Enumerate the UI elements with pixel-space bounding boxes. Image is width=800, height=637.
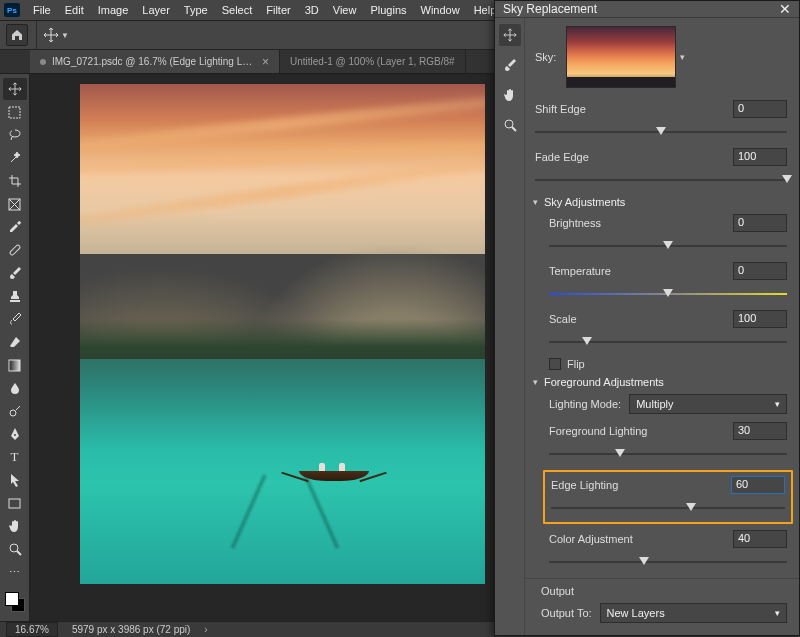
move-tool[interactable]	[3, 78, 27, 100]
eyedropper-icon	[8, 220, 22, 234]
close-icon[interactable]: ✕	[779, 1, 791, 17]
marquee-tool[interactable]	[3, 101, 27, 123]
chevron-right-icon[interactable]: ›	[204, 624, 207, 635]
brush-icon	[503, 58, 517, 72]
menu-plugins[interactable]: Plugins	[363, 2, 413, 18]
svg-point-6	[10, 544, 18, 552]
sky-adjustments-section[interactable]: ▾ Sky Adjustments	[533, 196, 787, 208]
crop-tool[interactable]	[3, 170, 27, 192]
dialog-brush-tool[interactable]	[499, 54, 521, 76]
shift-edge-slider[interactable]	[535, 124, 787, 140]
dialog-move-tool[interactable]	[499, 24, 521, 46]
brightness-label: Brightness	[549, 217, 601, 229]
marquee-icon	[8, 106, 21, 119]
svg-point-4	[10, 410, 16, 416]
document-info: 5979 px x 3986 px (72 ppi)	[72, 624, 190, 635]
dialog-hand-tool[interactable]	[499, 84, 521, 106]
edge-lighting-highlight: Edge Lighting 60	[543, 470, 793, 524]
menu-select[interactable]: Select	[215, 2, 260, 18]
color-swatches[interactable]	[5, 592, 25, 612]
menu-window[interactable]: Window	[414, 2, 467, 18]
document-tab-active[interactable]: IMG_0721.psdc @ 16.7% (Edge Lighting Lev…	[30, 50, 280, 73]
fade-edge-label: Fade Edge	[535, 151, 589, 163]
shape-tool[interactable]	[3, 492, 27, 514]
hand-icon	[8, 519, 22, 533]
shift-edge-label: Shift Edge	[535, 103, 586, 115]
brightness-value[interactable]: 0	[733, 214, 787, 232]
scale-slider[interactable]	[549, 334, 787, 350]
zoom-tool[interactable]	[3, 538, 27, 560]
color-adjustment-slider[interactable]	[549, 554, 787, 570]
app-logo: Ps	[4, 3, 20, 17]
lighting-mode-select[interactable]: Multiply ▾	[629, 394, 787, 414]
menu-image[interactable]: Image	[91, 2, 136, 18]
history-brush-tool[interactable]	[3, 308, 27, 330]
temperature-value[interactable]: 0	[733, 262, 787, 280]
menu-3d[interactable]: 3D	[298, 2, 326, 18]
wand-icon	[8, 151, 22, 165]
frame-icon	[8, 198, 21, 211]
menu-filter[interactable]: Filter	[259, 2, 297, 18]
fade-edge-slider[interactable]	[535, 172, 787, 188]
svg-rect-0	[9, 107, 20, 118]
document-canvas[interactable]	[80, 84, 485, 584]
menu-view[interactable]: View	[326, 2, 364, 18]
svg-rect-2	[9, 244, 20, 255]
scale-label: Scale	[549, 313, 577, 325]
eyedropper-tool[interactable]	[3, 216, 27, 238]
color-adjustment-value[interactable]: 40	[733, 530, 787, 548]
edit-toolbar[interactable]: ⋯	[3, 561, 27, 583]
brush-tool[interactable]	[3, 262, 27, 284]
brush-icon	[8, 266, 22, 280]
foreground-lighting-slider[interactable]	[549, 446, 787, 462]
menu-type[interactable]: Type	[177, 2, 215, 18]
scale-value[interactable]: 100	[733, 310, 787, 328]
image-water-reflection	[80, 359, 485, 449]
foreground-adjustments-section[interactable]: ▾ Foreground Adjustments	[533, 376, 787, 388]
frame-tool[interactable]	[3, 193, 27, 215]
fade-edge-value[interactable]: 100	[733, 148, 787, 166]
foreground-lighting-value[interactable]: 30	[733, 422, 787, 440]
type-tool[interactable]: T	[3, 446, 27, 468]
quick-select-tool[interactable]	[3, 147, 27, 169]
temperature-slider[interactable]	[549, 286, 787, 302]
shift-edge-value[interactable]: 0	[733, 100, 787, 118]
zoom-icon	[8, 542, 22, 556]
dialog-zoom-tool[interactable]	[499, 114, 521, 136]
crop-icon	[8, 174, 22, 188]
healing-tool[interactable]	[3, 239, 27, 261]
chevron-down-icon[interactable]: ▼	[61, 31, 69, 40]
menu-file[interactable]: File	[26, 2, 58, 18]
gradient-tool[interactable]	[3, 354, 27, 376]
eraser-icon	[8, 335, 22, 349]
dodge-tool[interactable]	[3, 400, 27, 422]
eraser-tool[interactable]	[3, 331, 27, 353]
edge-lighting-slider[interactable]	[551, 500, 785, 516]
foreground-color-swatch[interactable]	[5, 592, 19, 606]
hand-tool[interactable]	[3, 515, 27, 537]
blur-tool[interactable]	[3, 377, 27, 399]
lasso-tool[interactable]	[3, 124, 27, 146]
stamp-tool[interactable]	[3, 285, 27, 307]
sky-label: Sky:	[535, 51, 556, 63]
document-tab-inactive[interactable]: Untitled-1 @ 100% (Layer 1, RGB/8#	[280, 50, 466, 73]
section-label: Sky Adjustments	[544, 196, 625, 208]
edge-lighting-value[interactable]: 60	[731, 476, 785, 494]
dialog-tool-strip	[495, 18, 525, 635]
document-tab-label: Untitled-1 @ 100% (Layer 1, RGB/8#	[290, 56, 455, 67]
dialog-titlebar[interactable]: Sky Replacement ✕	[495, 1, 799, 18]
menu-layer[interactable]: Layer	[135, 2, 177, 18]
pen-tool[interactable]	[3, 423, 27, 445]
sky-preset-thumbnail[interactable]	[566, 26, 676, 88]
flip-checkbox[interactable]: Flip	[549, 358, 787, 370]
zoom-level[interactable]: 16.67%	[6, 622, 58, 637]
section-label: Foreground Adjustments	[544, 376, 664, 388]
chevron-down-icon[interactable]: ▾	[680, 52, 685, 62]
output-to-select[interactable]: New Layers ▾	[600, 603, 787, 623]
path-select-tool[interactable]	[3, 469, 27, 491]
stamp-icon	[8, 289, 22, 303]
close-icon[interactable]: ×	[262, 55, 269, 69]
menu-edit[interactable]: Edit	[58, 2, 91, 18]
home-button[interactable]	[6, 24, 28, 46]
brightness-slider[interactable]	[549, 238, 787, 254]
